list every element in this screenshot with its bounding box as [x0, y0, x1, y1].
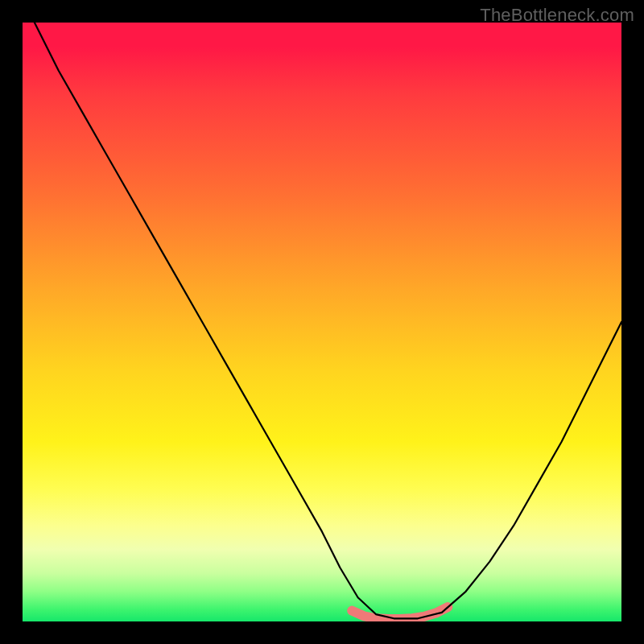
plot-area [23, 23, 621, 621]
watermark-text: TheBottleneck.com [480, 5, 634, 26]
chart-svg [23, 23, 621, 621]
bottleneck-curve [35, 23, 621, 618]
optimal-zone-marker [352, 607, 448, 619]
chart-frame: TheBottleneck.com [0, 0, 644, 644]
